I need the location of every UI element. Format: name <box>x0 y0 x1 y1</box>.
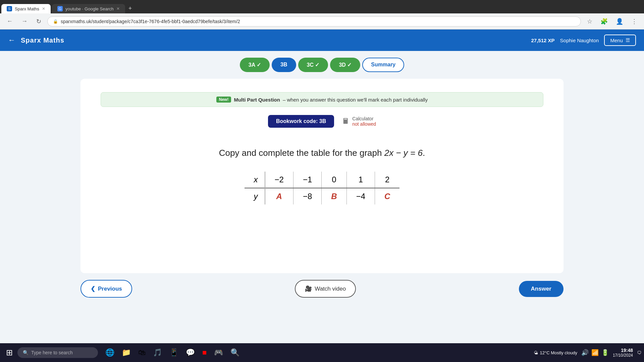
system-tray: 🔊 📶 🔋 <box>581 349 609 356</box>
tab-label-sparx: Sparx Maths <box>15 6 39 11</box>
header-right: 27,512 XP Sophie Naughton Menu ☰ <box>531 35 636 46</box>
tab-close-sparx[interactable]: ✕ <box>42 6 45 11</box>
bookmark-star-icon[interactable]: ☆ <box>584 16 595 26</box>
new-banner: New! Multi Part Question – when you answ… <box>101 92 543 107</box>
x-val-2: −1 <box>293 172 321 188</box>
tab-3a[interactable]: 3A ✓ <box>240 58 270 72</box>
new-tab-button[interactable]: + <box>125 4 136 13</box>
math-table: x −2 −1 0 1 2 y A −8 B −4 C <box>245 172 400 204</box>
question-equation: 2x − y = 6 <box>384 148 423 158</box>
tab-3b[interactable]: 3B <box>272 58 296 72</box>
watch-video-button[interactable]: 🎥 Watch video <box>295 280 356 298</box>
taskbar-app-store[interactable]: 🛍 <box>135 346 149 359</box>
taskbar-right: 🌤 12°C Mostly cloudy 🔊 📶 🔋 19:48 17/10/2… <box>534 348 641 358</box>
taskbar-app-phone[interactable]: 📱 <box>166 346 182 359</box>
answer-label: Answer <box>531 286 551 292</box>
extensions-icon[interactable]: 🧩 <box>598 16 610 26</box>
question-text-after: . <box>423 148 425 158</box>
taskbar-search-icon: 🔍 <box>23 350 29 355</box>
menu-button[interactable]: Menu ☰ <box>604 35 636 46</box>
question-text-before: Copy and complete the table for the grap… <box>219 148 384 158</box>
new-tag: New! <box>216 97 231 103</box>
menu-hamburger-icon: ☰ <box>626 37 630 43</box>
user-name: Sophie Naughton <box>560 38 599 43</box>
taskbar-search-box[interactable]: 🔍 <box>17 347 98 358</box>
tab-3a-label: 3A ✓ <box>249 62 261 68</box>
tab-3d[interactable]: 3D ✓ <box>330 58 360 72</box>
bookwork-code: Bookwork code: 3B <box>268 115 334 128</box>
more-options-icon[interactable]: ⋮ <box>629 16 640 26</box>
url-text: sparxmaths.uk/student/package/c7ca3f1e-7… <box>61 19 240 24</box>
notification-icon[interactable]: 🗨 <box>637 350 641 355</box>
weather-text: 12°C Mostly cloudy <box>540 350 577 355</box>
content-card: New! Multi Part Question – when you answ… <box>80 79 564 273</box>
taskbar-app-chrome[interactable]: 🌐 <box>102 346 118 359</box>
tab-3c[interactable]: 3C ✓ <box>298 58 328 72</box>
calculator-status: not allowed <box>352 121 376 127</box>
x-label: x <box>245 172 265 188</box>
reload-button[interactable]: ↻ <box>34 16 44 26</box>
taskbar-app-roblox[interactable]: 🎮 <box>211 346 226 359</box>
header-left: ← Sparx Maths <box>8 36 64 45</box>
taskbar-clock: 19:48 17/10/2024 <box>613 348 633 358</box>
browser-chrome: S Sparx Maths ✕ G youtube · Google Searc… <box>0 0 644 29</box>
menu-label: Menu <box>610 38 623 43</box>
browser-toolbar: ← → ↻ 🔒 sparxmaths.uk/student/package/c7… <box>0 13 644 29</box>
tab-bar: S Sparx Maths ✕ G youtube · Google Searc… <box>0 0 644 13</box>
y-label: y <box>245 188 265 204</box>
taskbar-app-music[interactable]: 🎵 <box>150 346 165 359</box>
toolbar-actions: ☆ 🧩 👤 ⋮ <box>584 16 640 26</box>
calculator-info: 🖩 Calculator not allowed <box>342 116 376 127</box>
windows-start-button[interactable]: ⊞ <box>3 346 16 359</box>
battery-icon[interactable]: 🔋 <box>601 349 609 356</box>
lock-icon: 🔒 <box>53 19 58 24</box>
banner-description: – when you answer this question we'll ma… <box>283 97 428 103</box>
app-header: ← Sparx Maths 27,512 XP Sophie Naughton … <box>0 29 644 51</box>
back-button[interactable]: ← <box>4 16 15 26</box>
y-val-2: −8 <box>293 188 321 204</box>
banner-title: Multi Part Question <box>234 97 280 103</box>
main-content: 3A ✓ 3B 3C ✓ 3D ✓ Summary New! Multi Par… <box>0 51 644 304</box>
table-row-y: y A −8 B −4 C <box>245 188 400 204</box>
tab-summary[interactable]: Summary <box>362 58 404 72</box>
x-val-4: 1 <box>346 172 375 188</box>
x-val-1: −2 <box>265 172 293 188</box>
answer-button[interactable]: Answer <box>519 281 564 297</box>
calculator-text: Calculator not allowed <box>352 116 376 127</box>
back-arrow-icon[interactable]: ← <box>8 36 15 45</box>
app-logo: Sparx Maths <box>21 37 64 44</box>
previous-button[interactable]: ❮ Previous <box>80 280 132 298</box>
taskbar-app-search[interactable]: 🔍 <box>227 346 243 359</box>
address-bar[interactable]: 🔒 sparxmaths.uk/student/package/c7ca3f1e… <box>47 16 581 26</box>
xp-display: 27,512 XP <box>531 38 554 43</box>
tab-close-youtube[interactable]: ✕ <box>116 6 120 11</box>
y-val-5: C <box>375 188 400 204</box>
question-text: Copy and complete the table for the grap… <box>219 148 425 158</box>
tab-3d-label: 3D ✓ <box>339 62 352 68</box>
tab-favicon-sparx: S <box>7 6 12 11</box>
forward-button[interactable]: → <box>19 16 30 26</box>
taskbar-app-files[interactable]: 📁 <box>118 346 134 359</box>
clock-time: 19:48 <box>613 348 633 353</box>
tab-youtube-search[interactable]: G youtube · Google Search ✕ <box>52 4 125 13</box>
taskbar-app-chat[interactable]: 💬 <box>182 346 198 359</box>
previous-label: ❮ <box>91 285 95 292</box>
tab-favicon-google: G <box>57 6 63 11</box>
watch-video-icon: 🎥 <box>305 285 312 292</box>
previous-text: Previous <box>98 286 122 292</box>
table-row-x: x −2 −1 0 1 2 <box>245 172 400 188</box>
calculator-label: Calculator <box>352 116 376 121</box>
profile-icon[interactable]: 👤 <box>613 16 626 26</box>
sound-icon[interactable]: 🔊 <box>581 349 589 356</box>
weather-icon: 🌤 <box>534 350 538 355</box>
bottom-action-bar: ❮ Previous 🎥 Watch video Answer <box>0 273 644 304</box>
taskbar-app-red[interactable]: ■ <box>199 346 210 359</box>
tab-3b-label: 3B <box>280 62 287 67</box>
taskbar-search-input[interactable] <box>31 350 92 355</box>
windows-taskbar: ⊞ 🔍 🌐 📁 🛍 🎵 📱 💬 ■ 🎮 🔍 🌤 12°C Mostly clou… <box>0 343 644 362</box>
y-val-1: A <box>265 188 293 204</box>
section-tabs: 3A ✓ 3B 3C ✓ 3D ✓ Summary <box>0 58 644 72</box>
tab-3c-label: 3C ✓ <box>307 62 320 68</box>
tab-sparx-maths[interactable]: S Sparx Maths ✕ <box>1 4 51 13</box>
network-icon[interactable]: 📶 <box>591 349 599 356</box>
